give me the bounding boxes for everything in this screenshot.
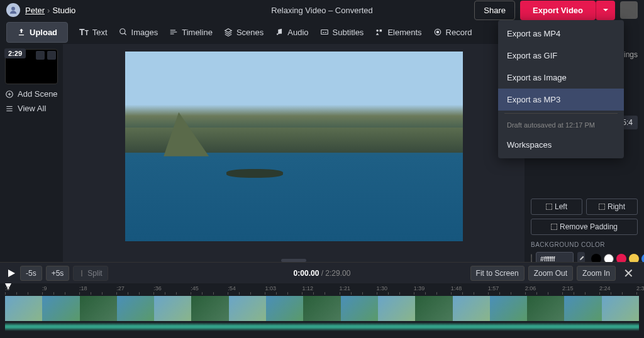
video-clip[interactable] <box>453 296 490 321</box>
ruler-mark: :36 <box>153 285 162 292</box>
tool-subtitles[interactable]: Subtitles <box>320 28 364 37</box>
ruler-mark: :18 <box>79 285 87 292</box>
timeline-track[interactable] <box>0 295 644 332</box>
breadcrumb-user[interactable]: Peter <box>25 6 45 15</box>
breadcrumb[interactable]: Peter›Studio <box>25 6 75 15</box>
tool-elements[interactable]: Elements <box>375 28 421 37</box>
video-clip[interactable] <box>229 296 266 321</box>
video-canvas[interactable] <box>63 44 525 262</box>
svg-point-1 <box>119 29 125 34</box>
tool-scenes[interactable]: Scenes <box>224 28 264 37</box>
ruler-mark: :9 <box>42 285 47 292</box>
video-clip[interactable] <box>303 296 340 321</box>
timeline-ruler[interactable]: :0:9:18:27:36:45:541:031:121:211:301:391… <box>0 283 644 295</box>
subtitles-icon <box>320 28 329 36</box>
scene-thumbnail[interactable]: 2:29 <box>5 49 58 84</box>
share-button[interactable]: Share <box>474 1 515 20</box>
upload-icon <box>17 28 26 36</box>
timecode-display: 0:00.00 / 2:29.00 <box>294 269 351 278</box>
tool-record[interactable]: Record <box>433 28 472 37</box>
upload-button[interactable]: Upload <box>6 22 68 43</box>
export-video-button[interactable]: Export Video <box>520 1 596 20</box>
ruler-mark: 1:21 <box>340 285 351 292</box>
dashed-box-icon <box>599 204 605 210</box>
export-option[interactable]: Export as Image <box>498 67 624 89</box>
profile-avatar[interactable] <box>620 1 638 19</box>
video-clip[interactable] <box>154 296 191 321</box>
pad-left-button[interactable]: Left <box>531 199 582 215</box>
audio-waveform <box>5 322 639 331</box>
svg-point-8 <box>377 30 379 32</box>
view-all-button[interactable]: View All <box>5 104 58 113</box>
video-clip[interactable] <box>191 296 228 321</box>
video-clip[interactable] <box>266 296 303 321</box>
ruler-mark: 1:12 <box>302 285 313 292</box>
pad-right-button[interactable]: Right <box>586 199 638 215</box>
user-avatar[interactable] <box>6 3 20 17</box>
video-clip[interactable] <box>117 296 154 321</box>
workspaces-link[interactable]: Workspaces <box>498 134 624 156</box>
copy-scene-icon[interactable] <box>36 51 45 60</box>
ruler-mark: 1:39 <box>414 285 425 292</box>
export-dropdown-button[interactable] <box>596 1 615 20</box>
ruler-mark: 1:48 <box>451 285 462 292</box>
remove-padding-button[interactable]: Remove Padding <box>531 219 638 235</box>
video-clip[interactable] <box>378 296 415 321</box>
tool-text[interactable]: TTText <box>79 27 108 37</box>
ruler-mark: :54 <box>228 285 236 292</box>
search-icon <box>119 28 128 36</box>
tool-timeline[interactable]: Timeline <box>169 28 213 37</box>
export-option[interactable]: Export as MP4 <box>498 23 624 45</box>
ruler-mark: 1:30 <box>377 285 388 292</box>
ruler-mark: :27 <box>116 285 125 292</box>
breadcrumb-section: Studio <box>52 6 75 15</box>
svg-rect-2 <box>170 30 175 31</box>
dashed-box-icon <box>551 224 557 230</box>
ruler-mark: 2:15 <box>562 285 574 292</box>
video-clip[interactable] <box>42 296 79 321</box>
ruler-mark: :0 <box>5 285 10 292</box>
export-menu: Export as MP4Export as GIFExport as Imag… <box>498 20 624 158</box>
chevron-down-icon <box>602 7 609 13</box>
autosave-note: Draft autosaved at 12:17 PM <box>498 116 624 134</box>
export-option[interactable]: Export as GIF <box>498 45 624 67</box>
svg-rect-13 <box>81 270 82 276</box>
bg-color-label: BACKGROUND COLOR <box>531 241 638 248</box>
video-clip[interactable] <box>490 296 527 321</box>
text-icon: TT <box>79 27 89 37</box>
svg-rect-7 <box>321 30 328 35</box>
layers-icon <box>224 28 233 36</box>
back-5s-button[interactable]: -5s <box>20 266 42 281</box>
zoom-out-button[interactable]: Zoom Out <box>528 266 573 281</box>
ruler-mark: 2:06 <box>525 285 536 292</box>
shapes-icon <box>375 28 384 36</box>
zoom-in-button[interactable]: Zoom In <box>577 266 616 281</box>
tool-images[interactable]: Images <box>119 28 158 37</box>
play-button[interactable] <box>6 268 16 278</box>
add-scene-button[interactable]: Add Scene <box>5 89 58 99</box>
video-preview <box>125 52 463 241</box>
close-timeline-button[interactable]: ✕ <box>619 266 638 281</box>
split-button[interactable]: Split <box>73 266 108 281</box>
video-clip[interactable] <box>415 296 452 321</box>
tool-audio[interactable]: Audio <box>275 28 308 37</box>
delete-scene-icon[interactable] <box>47 51 56 60</box>
forward-5s-button[interactable]: +5s <box>46 266 70 281</box>
export-option[interactable]: Export as MP3 <box>498 89 624 111</box>
list-icon <box>5 104 14 113</box>
project-title: Relaxing Video – Converted <box>271 6 373 15</box>
video-clip[interactable] <box>527 296 564 321</box>
fit-to-screen-button[interactable]: Fit to Screen <box>470 266 525 281</box>
ruler-mark: 1:03 <box>265 285 276 292</box>
video-clip[interactable] <box>80 296 117 321</box>
video-clip[interactable] <box>564 296 601 321</box>
video-clip[interactable] <box>602 296 639 321</box>
svg-rect-4 <box>170 33 174 34</box>
video-clip[interactable] <box>5 296 42 321</box>
dashed-box-icon <box>546 204 552 210</box>
ruler-mark: 1:57 <box>488 285 499 292</box>
music-icon <box>275 28 284 36</box>
scene-duration: 2:29 <box>4 48 26 58</box>
record-icon <box>433 28 442 36</box>
video-clip[interactable] <box>341 296 378 321</box>
